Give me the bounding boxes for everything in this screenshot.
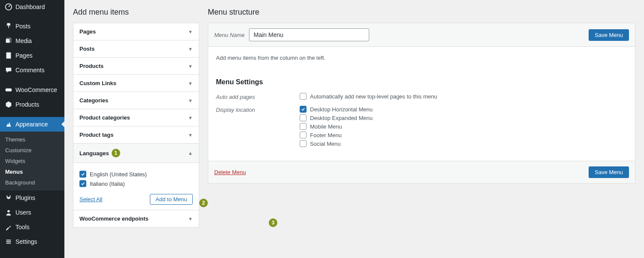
comment-icon [4, 66, 13, 74]
user-icon [4, 208, 13, 217]
accordion-custom-links[interactable]: Custom Links ▼ [73, 75, 199, 92]
sidebar-sub-menus[interactable]: Menus [0, 166, 64, 177]
sidebar-item-label: Pages [15, 52, 33, 59]
sidebar-item-dashboard[interactable]: Dashboard [0, 0, 64, 14]
callout-badge-3: 3 [269, 218, 277, 227]
svg-rect-8 [6, 243, 11, 244]
menu-structure-footer: Delete Menu Save Menu [208, 161, 635, 183]
sidebar-item-comments[interactable]: Comments [0, 63, 64, 77]
sidebar-item-settings[interactable]: Settings [0, 234, 64, 249]
svg-point-5 [7, 210, 9, 212]
accordion-list: Pages ▼ Posts ▼ Products ▼ Custom Links … [73, 23, 199, 227]
language-label: Italiano (Italia) [90, 181, 125, 187]
checkbox-desktop-horizontal[interactable] [300, 106, 307, 113]
chevron-down-icon: ▼ [188, 81, 193, 86]
accordion-title: Categories [79, 97, 108, 104]
chevron-down-icon: ▼ [188, 29, 193, 34]
display-option-label: Desktop Horizontal Menu [310, 106, 373, 113]
sidebar-item-pages[interactable]: Pages [0, 48, 64, 63]
sidebar-item-posts[interactable]: Posts [0, 19, 64, 34]
sidebar-item-label: Comments [15, 67, 45, 74]
chevron-down-icon: ▼ [188, 216, 193, 221]
accordion-title: Product tags [79, 132, 113, 138]
checkbox[interactable] [79, 180, 86, 187]
sidebar-item-woocommerce[interactable]: WooCommerce [0, 83, 64, 97]
callout-badge-1: 1 [112, 149, 120, 157]
accordion-languages[interactable]: Languages 1 ▲ [73, 144, 199, 163]
language-option: Italiano (Italia) [79, 180, 193, 187]
accordion-title: Posts [79, 46, 94, 52]
accordion-products[interactable]: Products ▼ [73, 58, 199, 75]
settings-icon [4, 237, 13, 246]
svg-rect-7 [6, 241, 11, 242]
accordion-product-categories[interactable]: Product categories ▼ [73, 109, 199, 126]
menu-name-input[interactable] [249, 28, 369, 41]
accordion-title: Pages [79, 28, 96, 35]
chevron-down-icon: ▼ [188, 64, 193, 69]
svg-rect-4 [6, 88, 12, 91]
admin-sidebar: Dashboard Posts Media Pages Comments Woo… [0, 0, 64, 258]
sidebar-item-label: Products [15, 101, 39, 108]
language-option: English (United States) [79, 171, 193, 178]
select-all-link[interactable]: Select All [79, 196, 102, 203]
callout-badge-2: 2 [199, 199, 208, 207]
accordion-pages[interactable]: Pages ▼ [73, 23, 199, 40]
sidebar-item-label: Settings [15, 238, 37, 245]
menu-name-label: Menu Name [214, 32, 245, 38]
media-icon [4, 37, 13, 45]
sidebar-item-tools[interactable]: Tools [0, 220, 64, 234]
auto-add-pages-label: Auto add pages [216, 93, 300, 101]
plug-icon [4, 194, 13, 202]
sidebar-item-users[interactable]: Users [0, 205, 64, 220]
pin-icon [4, 22, 13, 31]
sidebar-item-label: Users [15, 209, 31, 216]
chevron-down-icon: ▼ [188, 98, 193, 103]
sidebar-item-products[interactable]: Products [0, 97, 64, 112]
menu-settings-heading: Menu Settings [216, 78, 627, 86]
sidebar-sub-background[interactable]: Background [0, 177, 64, 188]
accordion-product-tags[interactable]: Product tags ▼ [73, 126, 199, 144]
checkbox-auto-add[interactable] [300, 93, 307, 100]
sidebar-sub-themes[interactable]: Themes [0, 134, 64, 145]
auto-add-option-label: Automatically add new top-level pages to… [310, 93, 437, 100]
accordion-title: Products [79, 63, 103, 69]
accordion-posts[interactable]: Posts ▼ [73, 40, 199, 58]
sidebar-item-media[interactable]: Media [0, 34, 64, 48]
sidebar-item-label: Media [15, 37, 32, 44]
sidebar-item-label: WooCommerce [15, 86, 57, 93]
save-menu-button-top[interactable]: Save Menu [589, 29, 629, 41]
sidebar-sub-widgets[interactable]: Widgets [0, 156, 64, 166]
sidebar-item-label: Dashboard [15, 3, 45, 10]
sidebar-submenu: Themes Customize Widgets Menus Backgroun… [0, 132, 64, 190]
page-icon [4, 51, 13, 60]
dashboard-icon [4, 3, 13, 11]
sidebar-item-label: Plugins [15, 194, 35, 201]
chevron-down-icon: ▼ [188, 115, 193, 120]
accordion-categories[interactable]: Categories ▼ [73, 92, 199, 109]
sidebar-item-appearance[interactable]: Appearance [0, 117, 64, 132]
checkbox-mobile[interactable] [300, 123, 307, 130]
svg-rect-1 [6, 39, 10, 43]
sidebar-item-plugins[interactable]: Plugins [0, 190, 64, 205]
appearance-icon [4, 120, 13, 129]
woocommerce-icon [4, 86, 13, 94]
svg-rect-6 [6, 240, 11, 241]
add-to-menu-button[interactable]: Add to Menu [150, 194, 193, 205]
checkbox-social[interactable] [300, 140, 307, 147]
checkbox-desktop-expanded[interactable] [300, 114, 307, 121]
menu-structure-title: Menu structure [208, 0, 635, 23]
checkbox-footer[interactable] [300, 132, 307, 138]
checkbox[interactable] [79, 171, 86, 178]
accordion-title: Product categories [79, 114, 130, 121]
display-location-label: Display location [216, 106, 300, 149]
delete-menu-link[interactable]: Delete Menu [214, 169, 246, 175]
display-option-label: Mobile Menu [310, 123, 342, 130]
accordion-title: Languages [79, 150, 109, 157]
add-menu-items-title: Add menu items [73, 0, 199, 23]
save-menu-button-bottom[interactable]: Save Menu [589, 166, 629, 178]
menu-hint: Add menu items from the column on the le… [216, 55, 627, 61]
chevron-down-icon: ▼ [188, 46, 193, 52]
accordion-woo-endpoints[interactable]: WooCommerce endpoints ▼ [73, 210, 199, 227]
sidebar-sub-customize[interactable]: Customize [0, 145, 64, 156]
language-label: English (United States) [90, 171, 147, 178]
